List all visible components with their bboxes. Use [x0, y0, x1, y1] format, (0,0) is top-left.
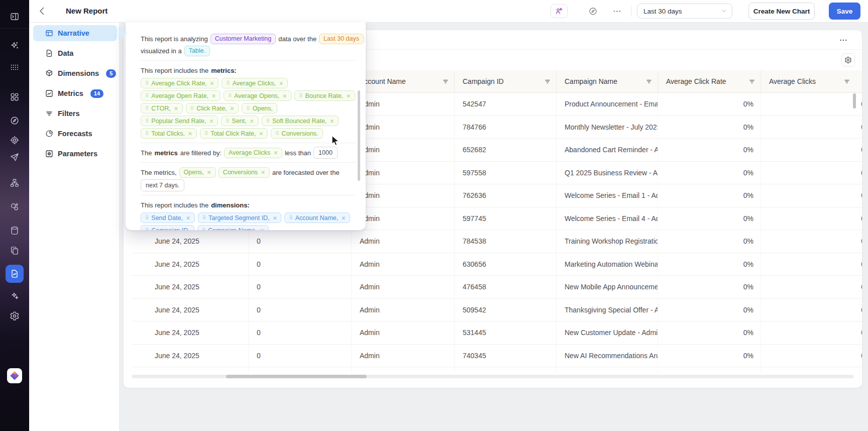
drag-handle-icon[interactable]: ⠿ — [202, 228, 205, 231]
filter-icon[interactable] — [843, 78, 850, 85]
drag-handle-icon[interactable]: ⠿ — [246, 106, 250, 111]
table-row[interactable]: June 24, 20250Admin784538Training Worksh… — [132, 230, 862, 253]
drag-handle-icon[interactable]: ⠿ — [190, 106, 194, 111]
ai-sparkles-icon[interactable] — [8, 39, 21, 52]
date-range-chip[interactable]: Last 30 days — [319, 34, 364, 44]
scrollbar-thumb[interactable] — [226, 375, 367, 378]
remove-icon[interactable]: ✕ — [273, 215, 277, 221]
drag-handle-icon[interactable]: ⠿ — [204, 131, 208, 136]
filter-value-input[interactable]: 1000 — [313, 147, 338, 159]
drag-handle-icon[interactable]: ⠿ — [289, 216, 292, 221]
table-row[interactable]: June 24, 20250Admin476458New Mobile App … — [132, 276, 862, 299]
explore-button[interactable] — [587, 5, 599, 17]
remove-icon[interactable]: ✕ — [230, 105, 235, 112]
column-header-account-name[interactable]: Account Name — [352, 70, 455, 93]
apps-grid-icon[interactable] — [8, 61, 21, 74]
sidebar-item-forecasts[interactable]: Forecasts — [33, 126, 117, 142]
viz-type-chip[interactable]: Table. — [184, 46, 210, 56]
remove-icon[interactable]: ✕ — [209, 118, 213, 124]
table-row[interactable] — [132, 367, 862, 373]
column-header-average-click-rate[interactable]: Average Click Rate — [658, 70, 761, 93]
metric-chip[interactable]: ⠿Total Clicks,✕ — [141, 128, 197, 139]
metric-chip[interactable]: ⠿Conversions. — [271, 128, 322, 139]
drag-handle-icon[interactable]: ⠿ — [145, 81, 149, 86]
metric-chip[interactable]: ⠿Opens, — [242, 103, 277, 114]
remove-icon[interactable]: ✕ — [273, 150, 278, 156]
drag-handle-icon[interactable]: ⠿ — [275, 131, 279, 136]
remove-icon[interactable]: ✕ — [330, 118, 334, 124]
date-range-select[interactable]: Last 30 days — [637, 4, 732, 19]
metric-chip[interactable]: ⠿Sent,✕ — [221, 116, 258, 126]
forecast-horizon-input[interactable]: next 7 days. — [141, 179, 184, 191]
metric-chip[interactable]: ⠿Average Open Rate,✕ — [141, 90, 221, 101]
drag-handle-icon[interactable]: ⠿ — [228, 93, 232, 98]
sidebar-item-metrics[interactable]: Metrics14 — [33, 85, 117, 101]
remove-icon[interactable]: ✕ — [346, 93, 351, 99]
filter-icon[interactable] — [442, 78, 449, 85]
dataset-chip[interactable]: Customer Marketing — [210, 34, 276, 44]
remove-icon[interactable]: ✕ — [282, 93, 287, 99]
grid-settings-button[interactable] — [841, 53, 855, 67]
drag-handle-icon[interactable]: ⠿ — [145, 131, 149, 136]
drag-handle-icon[interactable]: ⠿ — [145, 119, 149, 124]
metric-chip[interactable]: ⠿Bounce Rate,✕ — [294, 90, 355, 101]
remove-icon[interactable]: ✕ — [211, 93, 216, 99]
metric-chip[interactable]: ⠿Total Click Rate,✕ — [200, 128, 268, 139]
sidebar-item-narrative[interactable]: Narrative — [33, 25, 117, 41]
filter-icon[interactable] — [544, 78, 551, 85]
card-more-button[interactable] — [839, 35, 850, 46]
table-row[interactable]: June 24, 20250Admin509542Thanksgiving Sp… — [132, 299, 862, 322]
drag-handle-icon[interactable]: ⠿ — [145, 93, 149, 98]
horizontal-scrollbar[interactable] — [132, 375, 854, 378]
forecast-metric-chip[interactable]: Conversions✕ — [219, 167, 270, 178]
shapes-icon[interactable] — [8, 200, 21, 213]
remove-icon[interactable]: ✕ — [279, 80, 283, 86]
metric-chip[interactable]: ⠿CTOR,✕ — [141, 103, 183, 114]
remove-icon[interactable]: ✕ — [250, 118, 254, 124]
filter-metric-chip[interactable]: Average Clicks✕ — [224, 148, 282, 158]
remove-icon[interactable]: ✕ — [186, 215, 190, 221]
target-icon[interactable] — [8, 134, 21, 147]
sidebar-item-filters[interactable]: Filters — [33, 105, 117, 122]
dimension-chip[interactable]: ⠿Account Name,✕ — [284, 212, 350, 223]
filter-icon[interactable] — [748, 78, 755, 85]
org-chart-icon[interactable] — [8, 176, 21, 189]
drag-handle-icon[interactable]: ⠿ — [145, 216, 149, 221]
panel-toggle-icon[interactable] — [8, 10, 21, 23]
filter-icon[interactable] — [645, 78, 653, 85]
dimension-chip[interactable]: ⠿Send Date,✕ — [141, 212, 195, 223]
drag-handle-icon[interactable]: ⠿ — [299, 93, 302, 98]
remove-icon[interactable]: ✕ — [261, 169, 265, 175]
metric-chip[interactable]: ⠿Popular Send Rate,✕ — [141, 116, 218, 126]
table-row[interactable]: June 24, 20250Admin740345New AI Recommen… — [132, 345, 862, 368]
drag-handle-icon[interactable]: ⠿ — [145, 106, 149, 111]
settings-icon[interactable] — [8, 309, 21, 322]
dimension-chip[interactable]: ⠿Campaign Name,✕ — [197, 225, 269, 230]
more-options-button[interactable] — [611, 5, 623, 17]
drag-handle-icon[interactable]: ⠿ — [145, 228, 149, 231]
remove-icon[interactable]: ✕ — [174, 105, 178, 112]
drag-handle-icon[interactable]: ⠿ — [202, 216, 206, 221]
dimension-chip[interactable]: ⠿Targeted Segment ID,✕ — [198, 212, 282, 223]
save-button[interactable]: Save — [829, 3, 860, 20]
remove-icon[interactable]: ✕ — [210, 80, 214, 86]
sidebar-item-data[interactable]: Data — [33, 45, 117, 61]
database-icon[interactable] — [8, 224, 21, 237]
sparkle-wand-icon[interactable] — [8, 289, 21, 302]
vertical-scrollbar[interactable] — [853, 93, 856, 109]
remove-icon[interactable]: ✕ — [259, 131, 263, 137]
send-icon[interactable] — [8, 151, 21, 164]
drag-handle-icon[interactable]: ⠿ — [266, 119, 270, 124]
panel-scrollbar[interactable] — [358, 90, 360, 181]
remove-icon[interactable]: ✕ — [188, 131, 192, 137]
reports-icon[interactable] — [6, 265, 24, 283]
column-header-campaign-id[interactable]: Campaign ID — [455, 70, 557, 93]
dimension-chip[interactable]: ⠿Campaign ID, — [141, 225, 194, 230]
remove-icon[interactable]: ✕ — [341, 215, 346, 221]
table-row[interactable]: June 24, 20250Admin531445New Customer Up… — [132, 321, 862, 345]
column-header-average-clicks[interactable]: Average Clicks — [761, 70, 862, 93]
metric-chip[interactable]: ⠿Click Rate,✕ — [186, 103, 239, 114]
remove-icon[interactable]: ✕ — [260, 228, 264, 231]
compass-icon[interactable] — [8, 114, 21, 127]
forecast-metric-chip[interactable]: Opens,✕ — [179, 167, 216, 178]
